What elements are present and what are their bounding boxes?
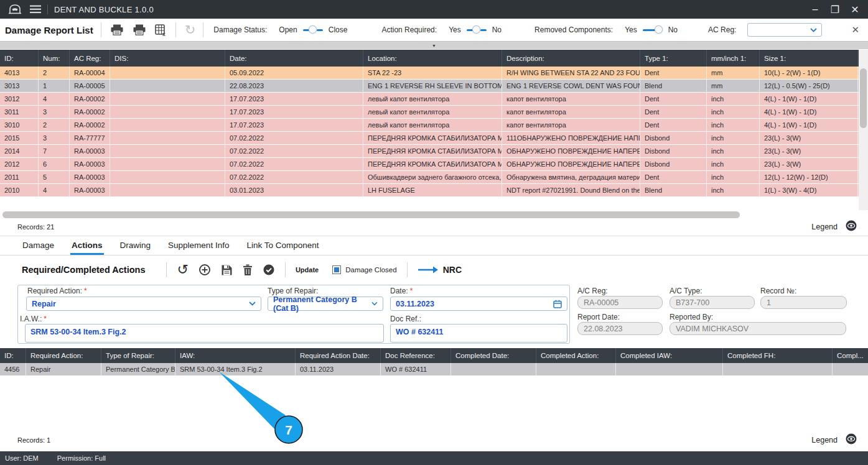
- date-input[interactable]: 03.11.2023: [390, 297, 567, 311]
- action-required-yes-option[interactable]: Yes: [449, 25, 461, 34]
- chevron-down-icon: [249, 302, 256, 306]
- column-header[interactable]: Doc Reference:: [381, 348, 451, 363]
- column-header[interactable]: Required Action Date:: [296, 348, 381, 363]
- horizontal-scrollbar-thumb[interactable]: [2, 211, 740, 218]
- tab-drawing[interactable]: Drawing: [119, 238, 152, 255]
- column-header[interactable]: Completed Action:: [536, 348, 616, 363]
- column-header[interactable]: Type 1:: [640, 50, 707, 67]
- column-header[interactable]: IAW:: [175, 348, 296, 363]
- ac-reg-select[interactable]: [747, 23, 822, 37]
- update-button[interactable]: Update: [296, 266, 319, 274]
- removed-components-no-option[interactable]: No: [668, 25, 678, 34]
- cell: 07.02.2022: [225, 132, 363, 144]
- approve-seal-icon[interactable]: [263, 264, 275, 276]
- close-panel-icon[interactable]: ✕: [851, 24, 859, 35]
- delete-icon[interactable]: [243, 264, 253, 276]
- column-header[interactable]: Type of Repair:: [101, 348, 175, 363]
- action-required-no-option[interactable]: No: [492, 25, 502, 34]
- type-of-repair-select[interactable]: Permanent Category B (Cat B): [268, 297, 383, 311]
- damage-status-toggle[interactable]: [303, 25, 323, 35]
- type-of-repair-label: Type of Repair:: [268, 287, 318, 295]
- vertical-scrollbar-thumb[interactable]: [860, 68, 867, 128]
- column-header[interactable]: mm/inch 1:: [707, 50, 760, 67]
- records-count: Records: 1: [17, 436, 50, 444]
- cell: RA-00004: [70, 67, 110, 79]
- damage-status-close-option[interactable]: Close: [329, 25, 348, 34]
- table-row[interactable]: 20153RA-7777707.02.2022ПЕРЕДНЯЯ КРОМКА С…: [0, 132, 859, 145]
- column-header[interactable]: Completed FH:: [723, 348, 833, 363]
- table-row[interactable]: 20147RA-0000307.02.2022ПЕРЕДНЯЯ КРОМКА С…: [0, 145, 859, 158]
- column-header[interactable]: ID:: [0, 348, 26, 363]
- menu-icon[interactable]: [30, 5, 41, 14]
- save-icon[interactable]: [221, 264, 233, 276]
- table-row[interactable]: 30124RA-0000217.07.2023левый капот венти…: [0, 93, 859, 106]
- damage-closed-label: Damage Closed: [345, 266, 396, 274]
- tab-damage[interactable]: Damage: [21, 238, 55, 255]
- horizontal-scrollbar[interactable]: [0, 211, 868, 219]
- cell: inch: [707, 93, 760, 105]
- cell: RA-00003: [70, 184, 110, 196]
- action-required-filter: Action Required: Yes No: [381, 25, 507, 35]
- splitter-bar[interactable]: ▼: [0, 41, 868, 49]
- table-row[interactable]: 30102RA-0000217.07.2023левый капот венти…: [0, 119, 859, 132]
- table-row[interactable]: 30131RA-0000522.08.2023ENG 1 REVERSE RH …: [0, 80, 859, 93]
- column-header[interactable]: Location:: [363, 50, 502, 67]
- column-header[interactable]: ID:: [0, 50, 39, 67]
- cell: [616, 363, 723, 375]
- cell: 4: [39, 184, 70, 196]
- tab-link-to-component[interactable]: Link To Component: [245, 238, 320, 255]
- column-header[interactable]: Date:: [225, 50, 363, 67]
- column-header[interactable]: Compl...: [833, 348, 868, 363]
- removed-components-yes-option[interactable]: Yes: [625, 25, 637, 34]
- cell: 05.09.2022: [225, 67, 363, 79]
- table-row[interactable]: 4456RepairPermanent Category B (...SRM 5…: [0, 363, 868, 376]
- legend-eye-icon[interactable]: [846, 220, 857, 234]
- cell: [110, 93, 225, 105]
- doc-ref-input[interactable]: WO # 632411: [390, 324, 567, 343]
- column-header[interactable]: AC Reg:: [70, 50, 110, 67]
- actions-table-body: 4456RepairPermanent Category B (...SRM 5…: [0, 363, 868, 376]
- tab-supplement-info[interactable]: Supplement Info: [167, 238, 230, 255]
- damage-status-open-option[interactable]: Open: [279, 25, 297, 34]
- add-action-icon[interactable]: [198, 264, 211, 276]
- callout-number: 7: [285, 423, 292, 437]
- print-preview-button[interactable]: [133, 24, 146, 35]
- required-action-select[interactable]: Repair: [26, 297, 261, 311]
- column-header[interactable]: Completed Date:: [451, 348, 536, 363]
- chevron-down-icon: [371, 302, 378, 306]
- print-button[interactable]: [110, 24, 124, 35]
- damage-closed-checkbox[interactable]: [332, 265, 341, 274]
- tab-actions[interactable]: Actions: [70, 238, 104, 255]
- column-header[interactable]: Completed IAW:: [616, 348, 723, 363]
- column-header[interactable]: Required Action:: [26, 348, 101, 363]
- table-row[interactable]: 20126RA-0000307.02.2022ПЕРЕДНЯЯ КРОМКА С…: [0, 158, 859, 171]
- cell: 10(L) - 2(W) - 1(D): [760, 67, 858, 79]
- restore-button[interactable]: ❐: [827, 2, 843, 16]
- nrc-button[interactable]: NRC: [443, 265, 462, 275]
- export-excel-icon[interactable]: x: [155, 24, 167, 36]
- column-header[interactable]: DIS:: [110, 50, 225, 67]
- action-required-toggle[interactable]: [467, 25, 487, 35]
- removed-components-toggle[interactable]: [643, 25, 663, 35]
- table-row[interactable]: 20104RA-0000303.01.2023LH FUSELAGENDT re…: [0, 184, 859, 197]
- cell: 07.02.2022: [225, 158, 363, 170]
- undo-icon[interactable]: ↺: [177, 264, 188, 276]
- legend-eye-icon[interactable]: [846, 433, 857, 447]
- column-header[interactable]: Description:: [502, 50, 640, 67]
- table-row[interactable]: 40132RA-0000405.09.2022STA 22 -23R/H WIN…: [0, 67, 859, 80]
- column-header[interactable]: Num:: [39, 50, 70, 67]
- minimize-button[interactable]: –: [807, 2, 823, 16]
- close-window-button[interactable]: ✕: [847, 2, 863, 16]
- refresh-icon[interactable]: ↻: [185, 24, 196, 36]
- cell: RA-00005: [70, 80, 110, 92]
- nrc-arrow-icon[interactable]: [418, 265, 439, 274]
- legend-label: Legend: [811, 436, 838, 444]
- table-row[interactable]: 30113RA-0000217.07.2023левый капот венти…: [0, 106, 859, 119]
- table-row[interactable]: 20115RA-0000307.02.2022Обшивкадвери задн…: [0, 171, 859, 184]
- cell: mm: [707, 80, 760, 92]
- iaw-textarea[interactable]: SRM 53-00-34 Item.3 Fig.2: [25, 324, 384, 343]
- cell: 5: [39, 171, 70, 183]
- vertical-scrollbar[interactable]: [859, 50, 868, 210]
- column-header[interactable]: Size 1:: [760, 50, 858, 67]
- titlebar-divider: [47, 4, 48, 14]
